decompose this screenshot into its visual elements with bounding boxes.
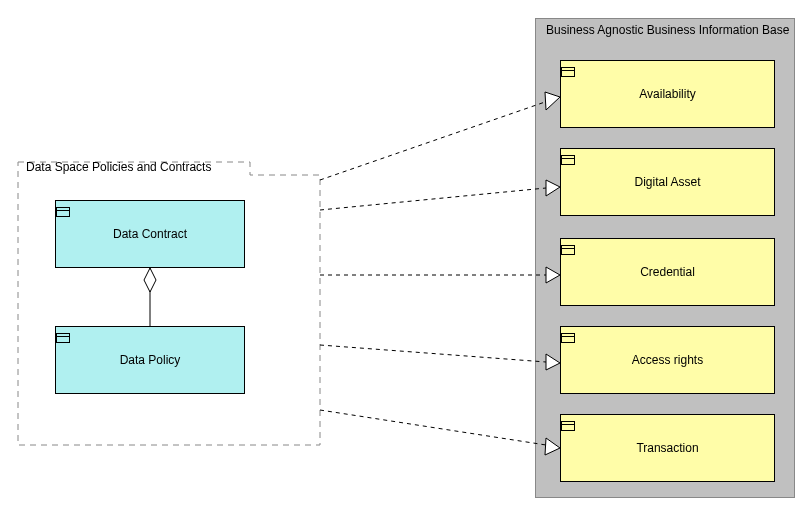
element-label: Availability xyxy=(639,87,695,101)
svg-rect-24 xyxy=(562,422,575,431)
element-label: Access rights xyxy=(632,353,703,367)
svg-rect-22 xyxy=(562,334,575,343)
element-availability: Availability xyxy=(560,60,775,128)
element-data-contract: Data Contract xyxy=(55,200,245,268)
svg-marker-1 xyxy=(144,268,156,292)
element-label: Credential xyxy=(640,265,695,279)
business-object-icon xyxy=(561,155,575,165)
svg-line-4 xyxy=(320,188,546,210)
business-object-icon xyxy=(56,333,70,343)
svg-rect-16 xyxy=(562,68,575,77)
svg-line-2 xyxy=(320,102,545,180)
element-digital-asset: Digital Asset xyxy=(560,148,775,216)
left-group-title: Data Space Policies and Contracts xyxy=(26,160,211,174)
svg-marker-7 xyxy=(546,267,560,283)
svg-line-10 xyxy=(320,410,546,445)
svg-marker-9 xyxy=(546,354,560,370)
element-label: Transaction xyxy=(636,441,698,455)
svg-marker-11 xyxy=(545,438,560,455)
element-label: Data Contract xyxy=(113,227,187,241)
element-transaction: Transaction xyxy=(560,414,775,482)
svg-rect-18 xyxy=(562,156,575,165)
element-credential: Credential xyxy=(560,238,775,306)
svg-line-8 xyxy=(320,345,546,362)
svg-rect-20 xyxy=(562,246,575,255)
svg-marker-5 xyxy=(546,180,560,196)
svg-rect-14 xyxy=(57,334,70,343)
business-object-icon xyxy=(561,67,575,77)
element-access-rights: Access rights xyxy=(560,326,775,394)
element-data-policy: Data Policy xyxy=(55,326,245,394)
element-label: Digital Asset xyxy=(634,175,700,189)
business-object-icon xyxy=(56,207,70,217)
element-label: Data Policy xyxy=(120,353,181,367)
svg-marker-3 xyxy=(545,92,560,110)
svg-rect-12 xyxy=(57,208,70,217)
business-object-icon xyxy=(561,421,575,431)
business-object-icon xyxy=(561,333,575,343)
business-object-icon xyxy=(561,245,575,255)
